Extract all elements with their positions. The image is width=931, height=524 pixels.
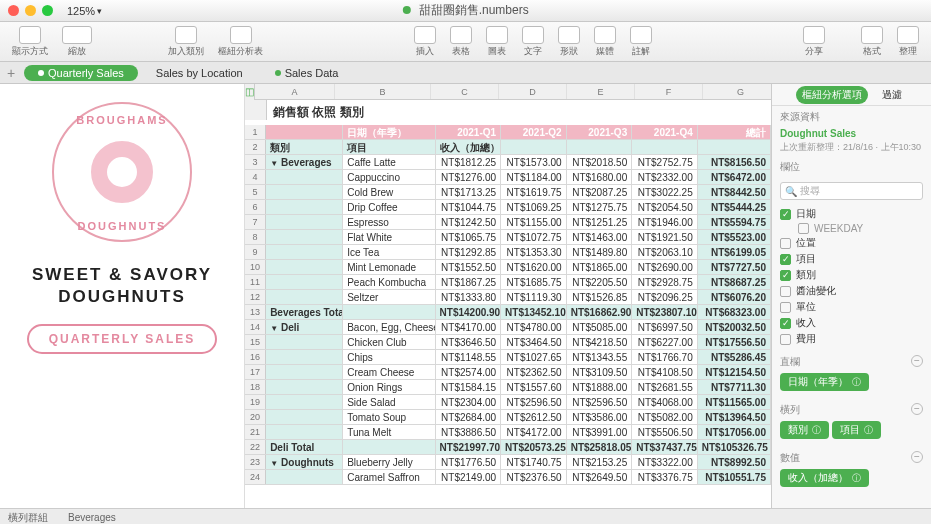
field-search[interactable]: 🔍 搜尋 [780,182,923,200]
tab-sales-by-location[interactable]: Sales by Location [142,65,257,81]
tb-format[interactable]: 格式 [855,26,889,58]
source-updated: 上次重新整理：21/8/16 · 上午10:30 [772,139,931,156]
add-sheet-button[interactable]: + [0,65,22,81]
chevron-down-icon[interactable]: ▾ [97,6,102,16]
field-item[interactable]: ✓類別 [776,267,927,283]
tb-media[interactable]: 媒體 [588,26,622,58]
pill-column-date[interactable]: 日期（年季）ⓘ [780,373,869,391]
columns-heading: 直欄 [780,355,800,369]
info-icon[interactable]: ⓘ [852,472,861,485]
title-bar: 125% ▾ 甜甜圈銷售.numbers [0,0,931,22]
checkbox-icon[interactable] [798,223,809,234]
field-item[interactable]: 醬油變化 [776,283,927,299]
tagline: SWEET & SAVORY DOUGHNUTS [32,264,212,308]
checkbox-icon[interactable]: ✓ [780,254,791,265]
field-list: ✓日期WEEKDAY位置✓項目✓類別醬油變化單位✓收入費用 [772,204,931,349]
footer-label[interactable]: 橫列群組 [8,511,48,525]
tb-zoom[interactable]: 縮放 [56,26,98,58]
tab-sales-data[interactable]: Sales Data [261,65,353,81]
tb-insert[interactable]: 插入 [408,26,442,58]
field-item[interactable]: ✓項目 [776,251,927,267]
checkbox-icon[interactable] [780,334,791,345]
info-icon[interactable]: ⓘ [864,424,873,437]
column-headers[interactable]: AB CD EF G [255,84,771,100]
text-icon [522,26,544,44]
tb-view[interactable]: 顯示方式 [6,26,54,58]
tb-text[interactable]: 文字 [516,26,550,58]
field-item[interactable]: 費用 [776,331,927,347]
remove-icon[interactable]: − [911,451,923,463]
pivot-title: 銷售額 依照 類別 [267,100,370,125]
tab-filter[interactable]: 過濾 [876,86,908,104]
status-dot-icon [402,6,410,14]
insert-icon [414,26,436,44]
info-icon[interactable]: ⓘ [852,376,861,389]
tb-shape[interactable]: 形狀 [552,26,586,58]
tab-dot-icon [38,70,44,76]
share-icon [803,26,825,44]
view-icon [19,26,41,44]
zoom-value[interactable]: 125% [67,5,95,17]
pivot-grid[interactable]: 1日期（年季）2021-Q12021-Q22021-Q32021-Q4總計2類別… [245,125,771,508]
source-name[interactable]: Doughnut Sales [772,128,931,139]
media-icon [594,26,616,44]
tb-arrange[interactable]: 整理 [891,26,925,58]
pivot-icon: ◫ [245,86,254,97]
minimize-icon[interactable] [25,5,36,16]
info-icon[interactable]: ⓘ [812,424,821,437]
remove-icon[interactable]: − [911,355,923,367]
field-item[interactable]: ✓收入 [776,315,927,331]
spreadsheet[interactable]: ◫ AB CD EF G 銷售額 依照 類別 1日期（年季）2021-Q1202… [245,84,771,508]
footer-breadcrumb[interactable]: Beverages [68,512,116,523]
footer-bar: 橫列群組 Beverages [0,508,931,524]
tb-table[interactable]: 表格 [444,26,478,58]
quarterly-sales-button[interactable]: QUARTERLY SALES [27,324,218,354]
fullscreen-icon[interactable] [42,5,53,16]
corner-cell[interactable]: ◫ [245,84,255,100]
tb-share[interactable]: 分享 [797,26,831,58]
tb-chart[interactable]: 圖表 [480,26,514,58]
document-title: 甜甜圈銷售.numbers [402,2,528,19]
close-icon[interactable] [8,5,19,16]
tb-pivot[interactable]: 樞紐分析表 [212,26,269,58]
filename-text: 甜甜圈銷售.numbers [419,3,529,17]
zoom-icon [62,26,92,44]
field-item[interactable]: WEEKDAY [776,222,927,235]
toolbar: 顯示方式 縮放 加入類別 樞紐分析表 插入 表格 圖表 文字 形狀 媒體 註解 … [0,22,931,62]
fields-heading: 欄位 [772,156,931,178]
inspector-tabs: 樞紐分析選項 過濾 [772,84,931,106]
checkbox-icon[interactable]: ✓ [780,209,791,220]
checkbox-icon[interactable]: ✓ [780,270,791,281]
search-icon: 🔍 [785,186,797,197]
brand-logo: BROUGHAMS DOUGHNUTS [52,102,192,242]
canvas-sidebar: BROUGHAMS DOUGHNUTS SWEET & SAVORY DOUGH… [0,84,245,508]
checkbox-icon[interactable] [780,286,791,297]
arrange-icon [897,26,919,44]
category-icon [175,26,197,44]
pill-row-item[interactable]: 項目ⓘ [832,421,881,439]
values-heading: 數值 [780,451,800,465]
tb-category[interactable]: 加入類別 [162,26,210,58]
rows-heading: 橫列 [780,403,800,417]
tab-quarterly-sales[interactable]: Quarterly Sales [24,65,138,81]
window-controls[interactable] [8,5,53,16]
tb-comment[interactable]: 註解 [624,26,658,58]
table-icon [450,26,472,44]
checkbox-icon[interactable] [780,302,791,313]
logo-text-bottom: DOUGHNUTS [78,220,167,232]
comment-icon [630,26,652,44]
tab-pivot-options[interactable]: 樞紐分析選項 [796,86,868,104]
inspector-panel: 樞紐分析選項 過濾 來源資料 Doughnut Sales 上次重新整理：21/… [771,84,931,508]
field-item[interactable]: 單位 [776,299,927,315]
pivot-icon [230,26,252,44]
pill-row-category[interactable]: 類別ⓘ [780,421,829,439]
sheet-tab-bar: + Quarterly Sales Sales by Location Sale… [0,62,931,84]
field-item[interactable]: 位置 [776,235,927,251]
remove-icon[interactable]: − [911,403,923,415]
checkbox-icon[interactable] [780,238,791,249]
checkbox-icon[interactable]: ✓ [780,318,791,329]
donut-icon [91,141,153,203]
pill-value-income[interactable]: 收入（加總）ⓘ [780,469,869,487]
format-icon [861,26,883,44]
field-item[interactable]: ✓日期 [776,206,927,222]
